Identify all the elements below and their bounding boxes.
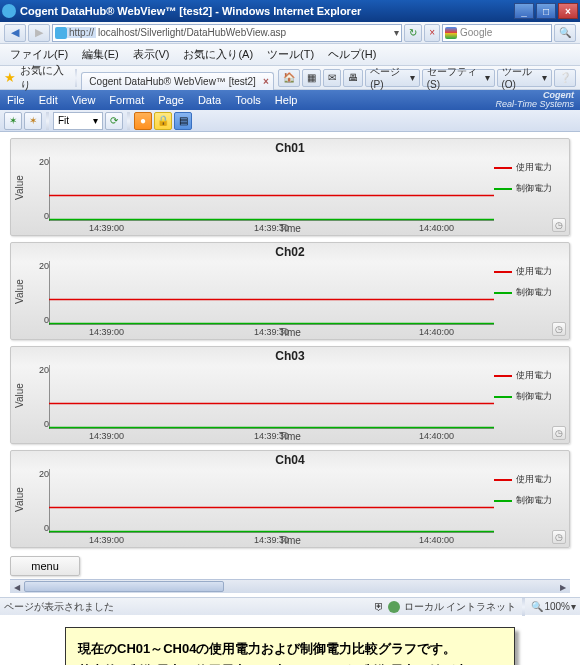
chart-panel: Ch01Value20014:39:0014:39:3014:40:00使用電力… <box>10 138 570 236</box>
content-area: Ch01Value20014:39:0014:39:3014:40:00使用電力… <box>0 132 580 597</box>
scroll-left-arrow[interactable]: ◀ <box>10 580 24 594</box>
legend-label: 制御電力 <box>516 182 552 195</box>
app-menu-file[interactable]: File <box>0 94 32 106</box>
tool-5[interactable]: 🔒 <box>154 112 172 130</box>
scroll-thumb[interactable] <box>24 581 224 592</box>
minimize-button[interactable]: _ <box>514 3 534 19</box>
url-scheme: http:// <box>67 27 96 38</box>
refresh-button[interactable]: ↻ <box>404 24 422 42</box>
app-menu-format[interactable]: Format <box>102 94 151 106</box>
url-text: localhost/Silverlight/DataHubWebView.asp <box>98 27 286 38</box>
scroll-right-arrow[interactable]: ▶ <box>556 580 570 594</box>
brand-logo: Cogent Real-Time Systems <box>490 91 580 109</box>
app-menu-data[interactable]: Data <box>191 94 228 106</box>
chart-clock-icon[interactable]: ◷ <box>552 426 566 440</box>
tool-6[interactable]: ▤ <box>174 112 192 130</box>
chart-title: Ch02 <box>11 245 569 259</box>
x-axis-label: Time <box>11 431 569 442</box>
search-button[interactable]: 🔍 <box>554 24 576 42</box>
addr-dropdown-icon[interactable]: ▾ <box>394 27 399 38</box>
forward-button[interactable]: ▶ <box>28 24 50 42</box>
status-text: ページが表示されました <box>4 600 114 614</box>
ie-menu-row: ファイル(F) 編集(E) 表示(V) お気に入り(A) ツール(T) ヘルプ(… <box>0 44 580 66</box>
page-button[interactable]: ページ(P) ▾ <box>365 69 419 87</box>
ie-tab-row: ★ お気に入り Cogent DataHub® WebView™ [test2]… <box>0 66 580 90</box>
menu-help[interactable]: ヘルプ(H) <box>322 47 382 62</box>
zone-icon <box>388 601 400 613</box>
plot-area: 14:39:0014:39:3014:40:00 <box>49 157 494 221</box>
legend-label: 制御電力 <box>516 494 552 507</box>
status-bar: ページが表示されました ⛨ ローカル イントラネット 🔍 100% ▾ <box>0 597 580 615</box>
menu-favorites[interactable]: お気に入り(A) <box>177 47 259 62</box>
close-button[interactable]: × <box>558 3 578 19</box>
callout-line1: 現在のCH01～CH04の使用電力および制御電力比較グラフです。 <box>78 638 502 660</box>
zoom-fit-select[interactable]: Fit▾ <box>53 112 103 130</box>
tools-button[interactable]: ツール(O) ▾ <box>497 69 553 87</box>
chart-clock-icon[interactable]: ◷ <box>552 218 566 232</box>
app-toolbar: ✶ ✶ Fit▾ ⟳ ● 🔒 ▤ <box>0 110 580 132</box>
address-bar[interactable]: http:// localhost/Silverlight/DataHubWeb… <box>52 24 402 42</box>
google-icon <box>445 27 457 39</box>
menu-file[interactable]: ファイル(F) <box>4 47 74 62</box>
home-button[interactable]: 🏠 <box>278 69 300 87</box>
browser-tab[interactable]: Cogent DataHub® WebView™ [test2] × <box>81 72 274 90</box>
ie-nav-row: ◀ ▶ http:// localhost/Silverlight/DataHu… <box>0 22 580 44</box>
legend-label: 使用電力 <box>516 265 552 278</box>
plot-area: 14:39:0014:39:3014:40:00 <box>49 469 494 533</box>
back-button[interactable]: ◀ <box>4 24 26 42</box>
chart-title: Ch01 <box>11 141 569 155</box>
tab-close-icon[interactable]: × <box>263 76 269 87</box>
menu-tools[interactable]: ツール(T) <box>261 47 320 62</box>
description-callout: 現在のCH01～CH04の使用電力および制御電力比較グラフです。 基本的に制御電… <box>65 627 515 665</box>
horizontal-scrollbar[interactable]: ◀ ▶ <box>10 579 570 593</box>
callout-line2: 基本的に制御電力は使用電力より小さいですが、制御電力の値が大きければ大きいほど望… <box>78 660 502 665</box>
security-zone: ローカル イントラネット <box>404 600 517 614</box>
tab-title: Cogent DataHub® WebView™ [test2] <box>89 76 256 87</box>
tool-1[interactable]: ✶ <box>4 112 22 130</box>
plot-area: 14:39:0014:39:3014:40:00 <box>49 261 494 325</box>
protected-mode-icon: ⛨ <box>374 601 384 612</box>
chart-title: Ch04 <box>11 453 569 467</box>
app-menu-page[interactable]: Page <box>151 94 191 106</box>
tool-2[interactable]: ✶ <box>24 112 42 130</box>
chart-clock-icon[interactable]: ◷ <box>552 322 566 336</box>
tool-4[interactable]: ● <box>134 112 152 130</box>
chart-clock-icon[interactable]: ◷ <box>552 530 566 544</box>
favorites-label[interactable]: お気に入り <box>20 63 71 93</box>
legend-label: 制御電力 <box>516 390 552 403</box>
app-menu-tools[interactable]: Tools <box>228 94 268 106</box>
safety-button[interactable]: セーフティ(S) ▾ <box>422 69 495 87</box>
window-titlebar: Cogent DataHub® WebView™ [test2] - Windo… <box>0 0 580 22</box>
menu-edit[interactable]: 編集(E) <box>76 47 125 62</box>
app-menubar: File Edit View Format Page Data Tools He… <box>0 90 580 110</box>
search-box[interactable]: Google <box>442 24 552 42</box>
site-icon <box>55 27 67 39</box>
app-menu-view[interactable]: View <box>65 94 103 106</box>
chart-panel: Ch04Value20014:39:0014:39:3014:40:00使用電力… <box>10 450 570 548</box>
app-menu-help[interactable]: Help <box>268 94 305 106</box>
help-button[interactable]: ❔ <box>554 69 576 87</box>
legend-label: 使用電力 <box>516 161 552 174</box>
print-button[interactable]: 🖶 <box>343 69 363 87</box>
legend-label: 使用電力 <box>516 369 552 382</box>
window-title: Cogent DataHub® WebView™ [test2] - Windo… <box>20 5 361 17</box>
chart-title: Ch03 <box>11 349 569 363</box>
favorites-star-icon[interactable]: ★ <box>4 70 16 85</box>
tool-3[interactable]: ⟳ <box>105 112 123 130</box>
x-axis-label: Time <box>11 327 569 338</box>
mail-button[interactable]: ✉ <box>323 69 341 87</box>
stop-button[interactable]: × <box>424 24 440 42</box>
app-menu-edit[interactable]: Edit <box>32 94 65 106</box>
chart-panel: Ch02Value20014:39:0014:39:3014:40:00使用電力… <box>10 242 570 340</box>
x-axis-label: Time <box>11 223 569 234</box>
menu-view[interactable]: 表示(V) <box>127 47 176 62</box>
x-axis-label: Time <box>11 535 569 546</box>
zoom-control[interactable]: 🔍 100% ▾ <box>531 601 576 612</box>
feeds-button[interactable]: ▦ <box>302 69 321 87</box>
legend-label: 使用電力 <box>516 473 552 486</box>
menu-button[interactable]: menu <box>10 556 80 576</box>
chart-panel: Ch03Value20014:39:0014:39:3014:40:00使用電力… <box>10 346 570 444</box>
app-icon <box>2 4 16 18</box>
search-provider: Google <box>460 27 492 38</box>
maximize-button[interactable]: □ <box>536 3 556 19</box>
